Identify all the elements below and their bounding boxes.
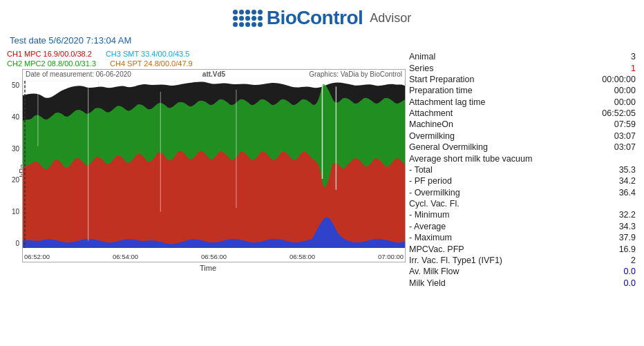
stats-value: 03:07 [560,142,637,153]
chart-footer: Time [22,264,394,272]
stats-row: Overmilking03:07 [408,131,637,142]
stats-value: 00:00 [560,85,637,96]
stats-label: Cycl. Vac. Fl. [408,198,560,209]
stats-value: 36.4 [560,187,637,198]
chart-legend: CH1 MPC 16.9/00.0/38.2 CH3 SMT 33.4/00.0… [7,50,394,58]
chart-header-bar: Date of measurement: 06-06-2020 att.Vd5 … [23,70,405,79]
stats-label: - Average [408,221,560,232]
stats-row: Av. Milk Flow0.0 [408,266,637,277]
stats-row: MachineOn07:59 [408,119,637,130]
stats-label: Av. Milk Flow [408,266,560,277]
stats-value: 34.3 [560,221,637,232]
test-date: Test date 5/6/2020 7:13:04 AM [0,32,644,50]
stats-row: Irr. Vac. Fl. Type1 (IVF1)2 [408,255,637,266]
stats-value: 06:52:05 [560,108,637,119]
stats-label: Series [408,62,560,73]
stats-label: Milk Yield [408,278,560,289]
stats-label: - Maximum [408,232,560,243]
stats-row: - Maximum37.9 [408,232,637,243]
stats-row: - Minimum32.2 [408,209,637,220]
stats-row: - PF period34.2 [408,175,637,186]
att-label: att.Vd5 [202,70,225,78]
stats-value: 0.0 [560,266,637,277]
stats-value: 32.2 [560,209,637,220]
stats-row: - Overmilking36.4 [408,187,637,198]
stats-label: Average short milk tube vacuum [408,153,560,164]
stats-row: Average short milk tube vacuum [408,153,637,164]
graphics-label: Graphics: VaDia by BioControl [309,70,402,78]
stats-label: Preparation time [408,85,560,96]
stats-row: Attachment06:52:05 [408,108,637,119]
stats-row: Milk Yield0.0 [408,278,637,289]
advisor-label: Advisor [370,11,411,26]
ch4-legend: CH4 SPT 24.8/00.0/47.9 [110,59,193,68]
chart-container: Date of measurement: 06-06-2020 att.Vd5 … [22,69,406,262]
ch3-legend: CH3 SMT 33.4/00.0/43.5 [106,50,189,58]
stats-label: - Overmilking [408,187,560,198]
chart-wrapper: 50 40 30 20 10 0 kPa Date of measurement… [22,69,394,272]
stats-label: Animal [408,51,560,62]
stats-label: MachineOn [408,119,560,130]
stats-label: General Overmilking [408,142,560,153]
stats-table: Animal3Series1Start Preparation00:00:00P… [408,51,637,289]
stats-row: General Overmilking03:07 [408,142,637,153]
stats-row: - Total35.3 [408,164,637,175]
stats-label: Overmilking [408,131,560,142]
chart-svg [23,81,405,248]
stats-label: Irr. Vac. Fl. Type1 (IVF1) [408,255,560,266]
logo-text: BioControl [267,7,363,29]
logo-dots-icon [233,10,263,27]
stats-label: - PF period [408,175,560,186]
stats-label: MPCVac. PFP [408,243,560,254]
ch1-legend: CH1 MPC 16.9/00.0/38.2 [7,50,92,58]
stats-value: 37.9 [560,232,637,243]
main-content: CH1 MPC 16.9/00.0/38.2 CH3 SMT 33.4/00.0… [0,50,644,289]
stats-row: Start Preparation00:00:00 [408,74,637,85]
header: BioControl Advisor [0,0,644,32]
stats-row: MPCVac. PFP16.9 [408,243,637,254]
stats-value [560,153,637,164]
data-label: Date of measurement: 06-06-2020 [26,70,131,78]
stats-value: 03:07 [560,131,637,142]
ch2-legend: CH2 MPC2 08.8/00.0/31.3 [7,59,96,68]
stats-value [560,198,637,209]
x-axis-labels: 06:52:00 06:54:00 06:56:00 06:58:00 07:0… [23,253,405,260]
stats-label: - Minimum [408,209,560,220]
stats-value: 2 [560,255,637,266]
stats-value: 16.9 [560,243,637,254]
stats-value: 00:00:00 [560,74,637,85]
stats-value: 3 [560,51,637,62]
stats-value: 07:59 [560,119,637,130]
stats-row: Animal3 [408,51,637,62]
x-axis-label: Time [200,264,216,272]
stats-label: - Total [408,164,560,175]
stats-label: Start Preparation [408,74,560,85]
stats-value: 1 [560,62,637,73]
stats-label: Attachment [408,108,560,119]
stats-value: 35.3 [560,164,637,175]
stats-label: Attachment lag time [408,97,560,108]
stats-value: 0.0 [560,278,637,289]
stats-row: Preparation time00:00 [408,85,637,96]
stats-row: Cycl. Vac. Fl. [408,198,637,209]
stats-panel: Animal3Series1Start Preparation00:00:00P… [408,50,637,289]
stats-row: Attachment lag time00:00 [408,97,637,108]
stats-row: Series1 [408,62,637,73]
stats-value: 00:00 [560,97,637,108]
chart-legend-2: CH2 MPC2 08.8/00.0/31.3 CH4 SPT 24.8/00.… [7,59,394,68]
stats-value: 34.2 [560,175,637,186]
chart-area: CH1 MPC 16.9/00.0/38.2 CH3 SMT 33.4/00.0… [7,50,394,289]
stats-row: - Average34.3 [408,221,637,232]
